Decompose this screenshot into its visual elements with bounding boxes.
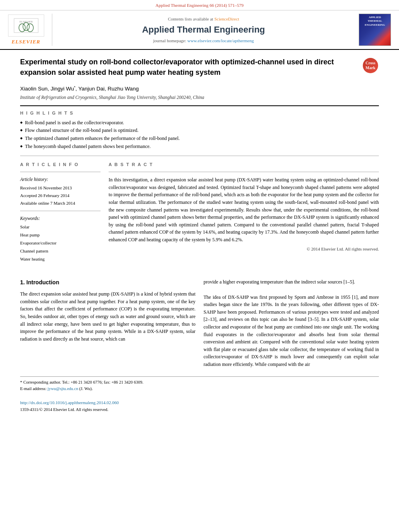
intro-heading: 1. Introduction (20, 278, 195, 287)
footnote-section: * Corresponding author. Tel.: +86 21 342… (20, 376, 379, 413)
copyright-line: © 2014 Elsevier Ltd. All rights reserved… (109, 246, 379, 252)
crossmark-badge[interactable]: CrossMark (362, 57, 379, 74)
elsevier-tree-logo: ELSEVIER (8, 14, 44, 37)
highlights-list: Roll-bond panel is used as the collector… (20, 119, 379, 150)
journal-cover-section: APPLIEDTHERMALENGINEERING (355, 14, 395, 46)
keyword-evaporator: Evaporator/collector (20, 239, 101, 247)
authors-text: Xiaolin Sun, Jingyi Wu*, Yanjun Dai, Ruz… (20, 86, 139, 92)
sciencedirect-prefix: Contents lists available at (168, 16, 214, 21)
doi-link[interactable]: http://dx.doi.org/10.1016/j.applthermale… (20, 400, 119, 405)
doi-line[interactable]: http://dx.doi.org/10.1016/j.applthermale… (20, 399, 379, 407)
journal-title: Applied Thermal Engineering (142, 24, 265, 36)
sciencedirect-anchor[interactable]: ScienceDirect (214, 16, 239, 21)
abstract-text: In this investigation, a direct expansio… (109, 176, 379, 243)
intro-para-right: provide a higher evaporating temperature… (204, 278, 379, 286)
article-info-label: A R T I C L E I N F O (20, 162, 101, 168)
email-label: E-mail address: (20, 386, 47, 391)
intro-para-2: The idea of DX-SAHP was first proposed b… (204, 294, 379, 368)
keyword-channel: Channel pattern (20, 247, 101, 255)
issn-line: 1359-4311/© 2014 Elsevier Ltd. All right… (20, 407, 379, 413)
keyword-water: Water heating (20, 255, 101, 263)
citation-bar: Applied Thermal Engineering 66 (2014) 57… (0, 0, 399, 10)
article-info-col: A R T I C L E I N F O Article history: R… (20, 162, 101, 267)
elsevier-logo: ELSEVIER ELSEVIER (8, 14, 44, 45)
intro-two-col: 1. Introduction The direct expansion sol… (20, 278, 379, 368)
intro-para-1: The direct expansion solar assisted heat… (20, 290, 195, 343)
keywords-block: Keywords: Solar Heat pump Evaporator/col… (20, 215, 101, 263)
history-keywords-divider (20, 211, 101, 211)
crossmark-icon[interactable]: CrossMark (363, 58, 378, 73)
highlight-item-1: Roll-bond panel is used as the collector… (20, 119, 379, 126)
highlights-label: H I G H L I G H T S (20, 110, 379, 116)
svg-text:ELSEVIER: ELSEVIER (19, 20, 33, 23)
title-divider (20, 105, 379, 106)
keyword-solar: Solar (20, 223, 101, 231)
svg-point-4 (27, 24, 33, 32)
highlight-item-2: Flow channel structure of the roll-bond … (20, 127, 379, 134)
email-link[interactable]: jywu@sjtu.edu.cn (47, 386, 78, 391)
authors-line: Xiaolin Sun, Jingyi Wu*, Yanjun Dai, Ruz… (20, 85, 379, 93)
highlight-item-4: The honeycomb shaped channel pattern sho… (20, 143, 379, 150)
journal-cover-text: APPLIEDTHERMALENGINEERING (365, 16, 385, 27)
introduction-section: 1. Introduction The direct expansion sol… (20, 278, 379, 368)
elsevier-brand-text: ELSEVIER (12, 38, 41, 45)
info-abstract-section: A R T I C L E I N F O Article history: R… (20, 162, 379, 267)
keyword-heatpump: Heat pump (20, 231, 101, 239)
abstract-label: A B S T R A C T (109, 162, 379, 168)
keywords-label: Keywords: (20, 215, 101, 222)
article-title: Experimental study on roll-bond collecto… (20, 57, 356, 77)
article-info-top-divider (20, 172, 101, 172)
citation-text: Applied Thermal Engineering 66 (2014) 57… (156, 3, 244, 8)
article-title-section: Experimental study on roll-bond collecto… (20, 57, 379, 80)
highlight-item-3: The optimized channel pattern enhances t… (20, 135, 379, 142)
sciencedirect-link[interactable]: Contents lists available at ScienceDirec… (168, 16, 239, 22)
article-history-block: Article history: Received 16 November 20… (20, 176, 101, 207)
abstract-col: A B S T R A C T In this investigation, a… (109, 162, 379, 267)
institution-line: Institute of Refrigeration and Cryogenic… (20, 94, 379, 101)
received-date: Received 16 November 2013 Accepted 26 Fe… (20, 184, 101, 207)
intro-col-left: 1. Introduction The direct expansion sol… (20, 278, 195, 368)
email-line: E-mail address: jywu@sjtu.edu.cn (J. Wu)… (20, 386, 379, 392)
highlights-section: H I G H L I G H T S Roll-bond panel is u… (20, 110, 379, 150)
highlights-divider (20, 156, 379, 156)
journal-homepage: journal homepage: www.elsevier.com/locat… (153, 38, 254, 44)
abstract-top-divider (109, 172, 379, 172)
elsevier-logo-section: ELSEVIER ELSEVIER (4, 14, 52, 46)
the-word: the (298, 362, 304, 367)
heat-word: heat (81, 336, 89, 342)
keywords-list: Solar Heat pump Evaporator/collector Cha… (20, 223, 101, 263)
crossmark-label: CrossMark (366, 61, 375, 70)
svg-point-2 (19, 24, 25, 32)
journal-cover-image: APPLIEDTHERMALENGINEERING (359, 14, 391, 46)
intro-col-right: provide a higher evaporating temperature… (204, 278, 379, 368)
homepage-url[interactable]: www.elsevier.com/locate/apthermeng (187, 38, 254, 43)
journal-info-center: Contents lists available at ScienceDirec… (52, 14, 355, 46)
homepage-label: journal homepage: (153, 38, 187, 43)
journal-header: ELSEVIER ELSEVIER Contents lists availab… (0, 10, 399, 50)
svg-point-3 (23, 23, 29, 31)
history-label: Article history: (20, 176, 101, 183)
email-suffix: (J. Wu). (79, 386, 93, 391)
content-area: Experimental study on roll-bond collecto… (0, 50, 399, 421)
corresponding-author: * Corresponding author. Tel.: +86 21 342… (20, 379, 379, 386)
